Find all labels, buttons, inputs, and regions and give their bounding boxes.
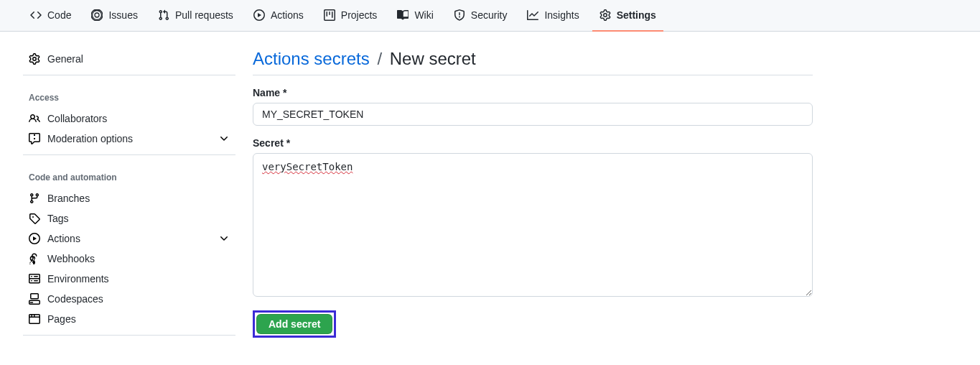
sidebar-item-collaborators[interactable]: Collaborators [23, 108, 235, 129]
sidebar-item-tags[interactable]: Tags [23, 208, 235, 228]
add-secret-highlight: Add secret [253, 310, 336, 338]
server-icon [29, 273, 40, 285]
tab-code-label: Code [47, 9, 71, 21]
tab-actions[interactable]: Actions [246, 0, 311, 32]
shield-icon [454, 9, 465, 21]
sidebar-item-label: Codespaces [47, 293, 103, 305]
tab-security[interactable]: Security [447, 0, 515, 32]
play-icon [29, 233, 40, 244]
git-branch-icon [29, 193, 40, 204]
settings-layout: General Access Collaborators Moderation … [0, 32, 919, 359]
sidebar-item-moderation[interactable]: Moderation options [23, 129, 235, 149]
people-icon [29, 113, 40, 124]
codespaces-icon [29, 293, 40, 305]
sidebar-item-label: Actions [47, 233, 80, 244]
repo-top-nav: Code Issues Pull requests Actions Projec… [0, 0, 980, 32]
secret-name-input[interactable] [253, 103, 813, 126]
gear-icon [599, 9, 611, 21]
tab-settings[interactable]: Settings [592, 0, 663, 32]
sidebar-item-codespaces[interactable]: Codespaces [23, 289, 235, 309]
sidebar-item-actions[interactable]: Actions [23, 228, 235, 249]
sidebar-item-label: Tags [47, 213, 69, 224]
breadcrumb-link-actions-secrets[interactable]: Actions secrets [253, 49, 370, 68]
tab-pull-requests[interactable]: Pull requests [151, 0, 241, 32]
sidebar-item-pages[interactable]: Pages [23, 309, 235, 329]
secret-value-textarea[interactable] [253, 153, 813, 297]
tab-projects[interactable]: Projects [317, 0, 385, 32]
settings-sidebar: General Access Collaborators Moderation … [23, 49, 235, 341]
tab-issues[interactable]: Issues [84, 0, 144, 32]
report-icon [29, 133, 40, 144]
tab-wiki-label: Wiki [414, 9, 433, 21]
breadcrumb-current: New secret [390, 49, 476, 68]
add-secret-button[interactable]: Add secret [256, 314, 332, 334]
gear-icon [29, 53, 40, 65]
sidebar-item-label: Collaborators [47, 113, 107, 124]
sidebar-item-webhooks[interactable]: Webhooks [23, 249, 235, 269]
sidebar-item-branches[interactable]: Branches [23, 188, 235, 208]
tab-issues-label: Issues [108, 9, 137, 21]
sidebar-header-access: Access [23, 81, 235, 108]
sidebar-item-label: Moderation options [47, 133, 133, 144]
main-content: Actions secrets / New secret Name * Secr… [253, 49, 813, 341]
tab-pr-label: Pull requests [175, 9, 233, 21]
tab-code[interactable]: Code [23, 0, 78, 32]
tab-wiki[interactable]: Wiki [390, 0, 440, 32]
page-title-breadcrumb: Actions secrets / New secret [253, 49, 813, 75]
graph-icon [527, 9, 538, 21]
sidebar-item-label: Webhooks [47, 253, 95, 264]
name-label: Name * [253, 87, 813, 98]
play-icon [253, 9, 265, 21]
code-icon [30, 9, 42, 21]
sidebar-item-label: Pages [47, 313, 76, 325]
webhook-icon [29, 253, 40, 264]
sidebar-header-automation: Code and automation [23, 161, 235, 188]
sidebar-item-environments[interactable]: Environments [23, 269, 235, 289]
sidebar-item-label: General [47, 53, 83, 65]
tab-settings-label: Settings [617, 9, 656, 21]
tab-projects-label: Projects [341, 9, 378, 21]
tab-insights-label: Insights [544, 9, 579, 21]
tab-security-label: Security [471, 9, 508, 21]
chevron-down-icon [218, 233, 230, 244]
book-icon [397, 9, 409, 21]
sidebar-item-general[interactable]: General [23, 49, 235, 69]
chevron-down-icon [218, 133, 230, 144]
tab-actions-label: Actions [271, 9, 304, 21]
tag-icon [29, 213, 40, 224]
browser-icon [29, 313, 40, 325]
tab-insights[interactable]: Insights [520, 0, 586, 32]
issue-opened-icon [91, 9, 103, 21]
git-pull-request-icon [158, 9, 169, 21]
project-icon [324, 9, 335, 21]
sidebar-item-label: Branches [47, 193, 90, 204]
secret-label: Secret * [253, 137, 813, 149]
sidebar-item-label: Environments [47, 273, 109, 285]
breadcrumb-separator: / [374, 49, 385, 68]
